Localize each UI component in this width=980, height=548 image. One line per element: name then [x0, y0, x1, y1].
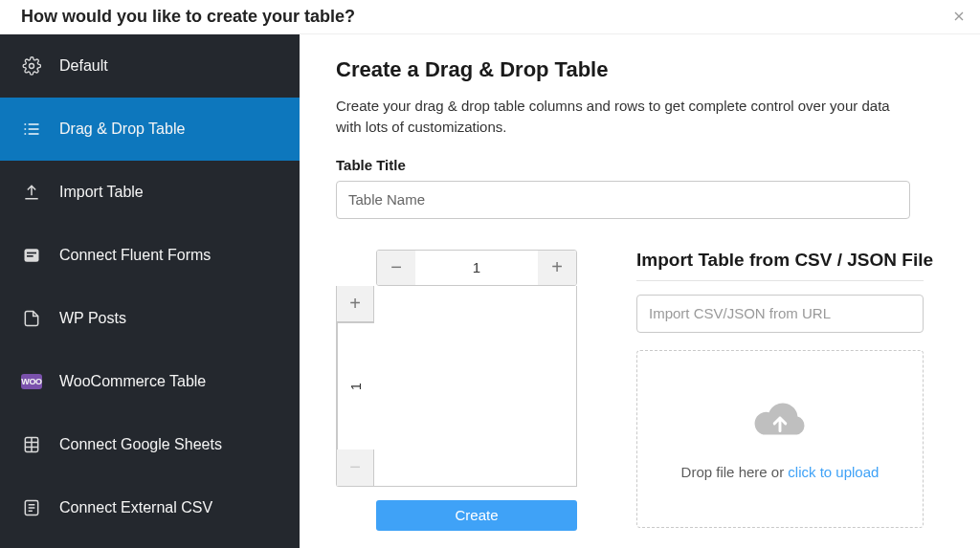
sidebar-item-wp-posts[interactable]: WP Posts	[0, 287, 300, 350]
cloud-upload-icon	[750, 397, 810, 447]
modal-header: How would you like to create your table?	[0, 0, 980, 34]
import-panel: Import Table from CSV / JSON File Drop f…	[636, 250, 944, 531]
columns-increment-button[interactable]: +	[538, 251, 576, 285]
sidebar-item-fluent-forms[interactable]: Connect Fluent Forms	[0, 224, 300, 287]
grid-preview	[374, 286, 577, 487]
svg-rect-2	[27, 252, 36, 254]
dropzone-text-prefix: Drop file here or	[681, 464, 789, 480]
table-title-input[interactable]	[336, 181, 910, 219]
form-icon	[21, 245, 42, 266]
table-title-label: Table Title	[336, 157, 944, 173]
list-icon	[21, 119, 42, 140]
sidebar-item-drag-drop[interactable]: Drag & Drop Table	[0, 98, 300, 161]
columns-stepper: − 1 +	[376, 250, 577, 286]
sidebar-item-label: Drag & Drop Table	[59, 121, 185, 138]
rows-decrement-button[interactable]: −	[337, 449, 374, 486]
dropzone-text: Drop file here or click to upload	[681, 464, 880, 480]
sidebar-item-label: Connect Google Sheets	[59, 436, 222, 453]
upload-icon	[21, 182, 42, 203]
sidebar-item-woocommerce[interactable]: WOO WooCommerce Table	[0, 350, 300, 413]
import-url-input[interactable]	[636, 295, 924, 333]
close-icon[interactable]	[951, 8, 967, 27]
sidebar-item-label: WooCommerce Table	[59, 373, 206, 390]
rows-value: 1	[337, 322, 374, 449]
sidebar-item-external-csv[interactable]: Connect External CSV	[0, 476, 300, 539]
modal-title: How would you like to create your table?	[21, 7, 355, 27]
svg-point-0	[30, 64, 34, 69]
sidebar: Default Drag & Drop Table Import Table C…	[0, 34, 300, 548]
sheet-icon	[21, 434, 42, 455]
woocommerce-icon: WOO	[21, 371, 42, 392]
sidebar-item-label: Connect External CSV	[59, 499, 212, 516]
page-title: Create a Drag & Drop Table	[336, 57, 944, 82]
svg-rect-3	[27, 255, 33, 257]
sidebar-item-google-sheets[interactable]: Connect Google Sheets	[0, 413, 300, 476]
sidebar-item-label: Import Table	[59, 184, 144, 201]
rows-increment-button[interactable]: +	[337, 286, 374, 322]
columns-decrement-button[interactable]: −	[377, 251, 415, 285]
file-dropzone[interactable]: Drop file here or click to upload	[636, 350, 924, 528]
csv-icon	[21, 497, 42, 518]
import-title: Import Table from CSV / JSON File	[636, 250, 944, 271]
columns-value: 1	[415, 251, 538, 285]
click-to-upload-link[interactable]: click to upload	[788, 464, 879, 480]
page-description: Create your drag & drop table columns an…	[336, 96, 910, 138]
sidebar-item-label: Default	[59, 57, 108, 75]
document-icon	[21, 308, 42, 329]
rows-stepper: + 1 −	[336, 286, 374, 487]
create-button[interactable]: Create	[376, 500, 577, 531]
sidebar-item-label: WP Posts	[59, 310, 126, 327]
grid-builder: − 1 + + 1 − Create	[336, 250, 577, 531]
sidebar-item-default[interactable]: Default	[0, 34, 300, 98]
divider	[636, 280, 924, 281]
content-area: Create a Drag & Drop Table Create your d…	[300, 34, 980, 548]
sidebar-item-label: Connect Fluent Forms	[59, 247, 211, 264]
sidebar-item-import[interactable]: Import Table	[0, 161, 300, 224]
gear-icon	[21, 55, 42, 77]
